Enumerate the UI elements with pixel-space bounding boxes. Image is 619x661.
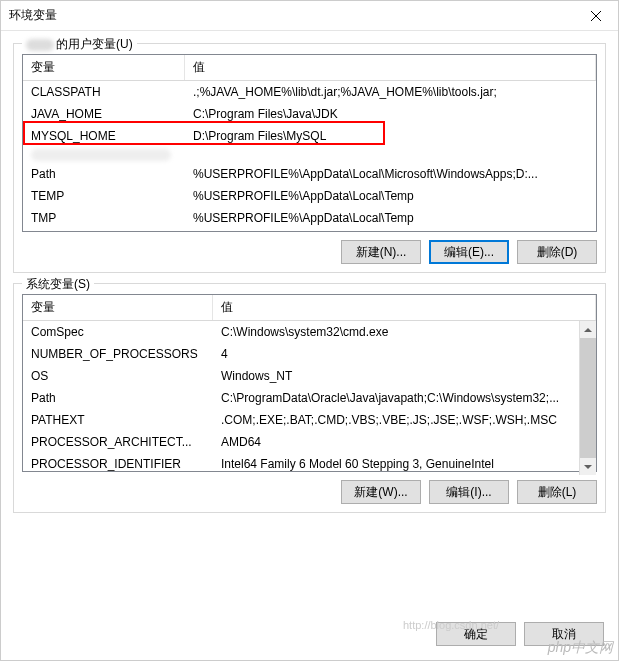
user-variables-list[interactable]: 变量 值 CLASSPATH.;%JAVA_HOME%\lib\dt.jar;%… — [22, 54, 597, 232]
user-group-title: 的用户变量(U) — [22, 36, 137, 53]
list-row[interactable]: NUMBER_OF_PROCESSORS4 — [23, 343, 579, 365]
scroll-down-arrow[interactable] — [580, 458, 596, 475]
list-row[interactable]: ComSpecC:\Windows\system32\cmd.exe — [23, 321, 579, 343]
titlebar: 环境变量 — [1, 1, 618, 31]
system-variables-list[interactable]: 变量 值 ComSpecC:\Windows\system32\cmd.exe … — [22, 294, 597, 472]
list-row[interactable]: JAVA_HOMEC:\Program Files\Java\JDK — [23, 103, 596, 125]
col-header-value[interactable]: 值 — [185, 55, 596, 80]
list-header: 变量 值 — [23, 295, 596, 321]
list-row[interactable]: Path%USERPROFILE%\AppData\Local\Microsof… — [23, 163, 596, 185]
blurred-row — [23, 147, 596, 163]
col-header-name[interactable]: 变量 — [23, 55, 185, 80]
system-group-title: 系统变量(S) — [22, 276, 94, 293]
ok-button[interactable]: 确定 — [436, 622, 516, 646]
delete-system-var-button[interactable]: 删除(L) — [517, 480, 597, 504]
list-row[interactable]: CLASSPATH.;%JAVA_HOME%\lib\dt.jar;%JAVA_… — [23, 81, 596, 103]
scrollbar[interactable] — [579, 321, 596, 475]
system-buttons: 新建(W)... 编辑(I)... 删除(L) — [22, 480, 597, 504]
chevron-up-icon — [584, 328, 592, 332]
list-row[interactable]: TMP%USERPROFILE%\AppData\Local\Temp — [23, 207, 596, 229]
list-row[interactable]: MYSQL_HOMED:\Program Files\MySQL — [23, 125, 596, 147]
list-row[interactable]: PathC:\ProgramData\Oracle\Java\javapath;… — [23, 387, 579, 409]
cancel-button[interactable]: 取消 — [524, 622, 604, 646]
chevron-down-icon — [584, 465, 592, 469]
new-user-var-button[interactable]: 新建(N)... — [341, 240, 421, 264]
svg-marker-3 — [584, 465, 592, 469]
scroll-up-arrow[interactable] — [580, 321, 596, 338]
col-header-value[interactable]: 值 — [213, 295, 596, 320]
blurred-username — [26, 39, 54, 51]
svg-marker-2 — [584, 328, 592, 332]
user-buttons: 新建(N)... 编辑(E)... 删除(D) — [22, 240, 597, 264]
dialog-footer: 确定 取消 — [1, 614, 618, 660]
delete-user-var-button[interactable]: 删除(D) — [517, 240, 597, 264]
close-icon — [591, 11, 601, 21]
user-list-body: CLASSPATH.;%JAVA_HOME%\lib\dt.jar;%JAVA_… — [23, 81, 596, 229]
scroll-thumb[interactable] — [580, 338, 596, 458]
env-vars-dialog: 环境变量 的用户变量(U) 变量 值 CLASSPATH.;%JAVA_HOME… — [0, 0, 619, 661]
list-row[interactable]: PATHEXT.COM;.EXE;.BAT;.CMD;.VBS;.VBE;.JS… — [23, 409, 579, 431]
list-row[interactable]: TEMP%USERPROFILE%\AppData\Local\Temp — [23, 185, 596, 207]
list-row[interactable]: PROCESSOR_IDENTIFIERIntel64 Family 6 Mod… — [23, 453, 579, 475]
edit-system-var-button[interactable]: 编辑(I)... — [429, 480, 509, 504]
user-variables-group: 的用户变量(U) 变量 值 CLASSPATH.;%JAVA_HOME%\lib… — [13, 43, 606, 273]
close-button[interactable] — [573, 1, 618, 31]
system-list-body: ComSpecC:\Windows\system32\cmd.exe NUMBE… — [23, 321, 579, 475]
dialog-content: 的用户变量(U) 变量 值 CLASSPATH.;%JAVA_HOME%\lib… — [1, 31, 618, 614]
list-header: 变量 值 — [23, 55, 596, 81]
list-row[interactable]: PROCESSOR_ARCHITECT...AMD64 — [23, 431, 579, 453]
dialog-title: 环境变量 — [9, 7, 57, 24]
list-row[interactable]: OSWindows_NT — [23, 365, 579, 387]
system-variables-group: 系统变量(S) 变量 值 ComSpecC:\Windows\system32\… — [13, 283, 606, 513]
new-system-var-button[interactable]: 新建(W)... — [341, 480, 421, 504]
col-header-name[interactable]: 变量 — [23, 295, 213, 320]
edit-user-var-button[interactable]: 编辑(E)... — [429, 240, 509, 264]
